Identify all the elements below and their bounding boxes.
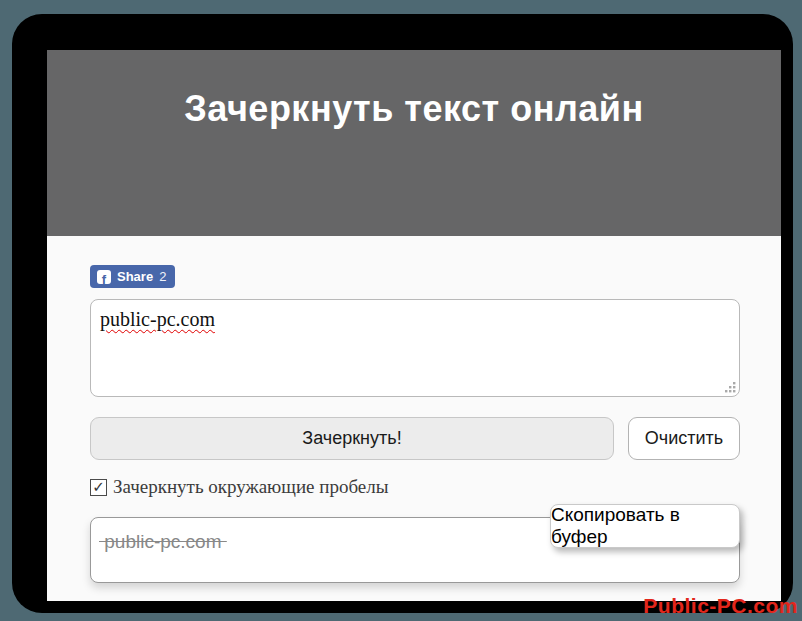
strike-spaces-label: Зачеркнуть окружающие пробелы — [113, 476, 389, 498]
check-icon: ✓ — [92, 479, 105, 494]
app-card: Зачеркнуть текст онлайн f Share 2 public… — [47, 50, 781, 601]
window-frame: Зачеркнуть текст онлайн f Share 2 public… — [12, 14, 793, 613]
resize-grip-icon[interactable] — [725, 382, 736, 393]
strike-spaces-checkbox[interactable]: ✓ — [90, 479, 107, 496]
main-content: f Share 2 public-pc.com Зачеркнуть! О — [47, 236, 781, 583]
page-title: Зачеркнуть текст онлайн — [47, 50, 781, 130]
site-watermark: Public-PC.com — [643, 594, 798, 618]
facebook-share-button[interactable]: f Share 2 — [90, 265, 175, 288]
source-text-input[interactable]: public-pc.com — [90, 299, 740, 397]
share-count-badge: 2 — [159, 269, 166, 284]
copy-to-clipboard-button[interactable]: Скопировать в буфер — [550, 504, 740, 548]
output-text-value: public-pc.com — [99, 531, 227, 552]
action-button-row: Зачеркнуть! Очистить — [90, 417, 740, 460]
clear-button[interactable]: Очистить — [628, 417, 740, 460]
facebook-icon: f — [97, 270, 111, 284]
strike-button[interactable]: Зачеркнуть! — [90, 417, 614, 460]
strike-spaces-option[interactable]: ✓ Зачеркнуть окружающие пробелы — [90, 476, 740, 498]
page-header: Зачеркнуть текст онлайн — [47, 50, 781, 236]
facebook-icon-glyph: f — [102, 273, 106, 284]
share-button-label: Share — [117, 269, 153, 284]
output-area: Скопировать в буфер public-pc.com — [90, 517, 740, 583]
source-text-value: public-pc.com — [100, 308, 215, 330]
